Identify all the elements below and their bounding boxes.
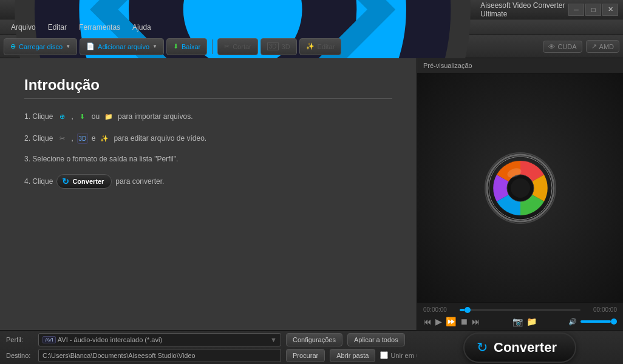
play-button[interactable]: ▶ — [435, 317, 442, 326]
intro-step-1: 1. Clique ⊕ , ⬇ ou 📁 para importar arqui… — [24, 111, 392, 122]
open-folder-button[interactable]: Abrir pasta — [330, 349, 375, 362]
amd-icon: ↗ — [591, 42, 597, 50]
dest-input[interactable] — [38, 349, 281, 362]
load-disc-label: Carregar disco — [19, 43, 63, 50]
download-button[interactable]: ⬇ Baixar — [166, 38, 207, 55]
step4-suffix: para converter. — [115, 177, 164, 186]
volume-fill — [580, 320, 611, 323]
seek-thumb — [465, 307, 471, 313]
svg-point-7 — [511, 178, 530, 198]
intro-step-4: 4. Clique ↻ Converter para converter. — [24, 174, 392, 189]
time-start: 00:00:00 — [423, 306, 455, 313]
window-title: Aiseesoft Video Converter Ultimate — [480, 1, 568, 18]
cut-button[interactable]: ✂ Cortar — [217, 38, 258, 55]
cut-icon: ✂ — [224, 42, 230, 50]
step1-number: 1. Clique — [24, 112, 53, 121]
3d-button[interactable]: 3D 3D — [260, 38, 297, 55]
step1-sep1: , — [71, 112, 73, 121]
toolbar-separator-1 — [212, 39, 213, 54]
browse-button[interactable]: Procurar — [286, 349, 325, 362]
seek-fill — [460, 309, 465, 311]
step2-icon3: ✨ — [99, 133, 110, 144]
cuda-badge: 👁 CUDA — [543, 41, 582, 53]
avi-badge: AVI AVI - áudio-video intercalado (*.avi… — [43, 336, 162, 343]
step2-icon2: 3D — [77, 133, 88, 144]
convert-button[interactable]: ↻ Converter — [463, 332, 576, 363]
dropdown-arrow-icon: ▼ — [66, 44, 70, 49]
step1-ou: ou — [92, 112, 100, 121]
edit-button[interactable]: ✨ Editar — [299, 38, 342, 55]
step2-text: para editar arquivo de vídeo. — [114, 134, 206, 143]
apply-all-button[interactable]: Aplicar a todos — [347, 333, 405, 346]
maximize-button[interactable]: □ — [585, 4, 601, 16]
amd-label: AMD — [599, 43, 614, 50]
step3-text: 3. Selecione o formato de saída na lista… — [24, 155, 178, 163]
profile-select[interactable]: AVI AVI - áudio-video intercalado (*.avi… — [38, 333, 281, 346]
intro-title: Introdução — [24, 76, 392, 93]
download-icon: ⬇ — [173, 42, 179, 50]
merge-checkbox[interactable] — [380, 351, 388, 359]
3d-label: 3D — [282, 43, 290, 50]
step2-number: 2. Clique — [24, 134, 53, 143]
folder-button[interactable]: 📁 — [526, 317, 537, 326]
close-button[interactable]: ✕ — [602, 4, 618, 16]
intro-divider — [24, 98, 392, 99]
intro-step-2: 2. Clique ✂ , 3D e ✨ para editar arquivo… — [24, 133, 392, 144]
toolbar-right: 👁 CUDA ↗ AMD — [543, 40, 619, 53]
3d-icon: 3D — [267, 42, 279, 50]
profile-value: AVI - áudio-video intercalado (*.avi) — [58, 336, 162, 343]
skip-forward-button[interactable]: ⏭ — [472, 317, 480, 326]
step1-icon3: 📁 — [103, 111, 114, 122]
amd-badge: ↗ AMD — [586, 40, 619, 53]
step2-e: e — [92, 134, 96, 143]
seek-bar[interactable] — [460, 309, 580, 311]
step1-icon1: ⊕ — [56, 111, 67, 122]
edit-label: Editar — [318, 43, 335, 50]
seek-bar-row: 00:00:00 00:00:00 — [423, 306, 617, 313]
settings-button[interactable]: Configurações — [286, 333, 342, 346]
menu-arquivo[interactable]: Arquivo — [5, 21, 42, 34]
disc-icon: ⊕ — [10, 42, 16, 50]
convert-btn-area: ↻ Converter — [417, 330, 623, 364]
skip-back-button[interactable]: ⏮ — [423, 317, 432, 326]
cuda-label: CUDA — [557, 43, 576, 50]
screenshot-button[interactable]: 📷 — [512, 317, 523, 326]
volume-icon: 🔊 — [568, 318, 577, 326]
menu-ajuda[interactable]: Ajuda — [126, 21, 157, 34]
fast-forward-button[interactable]: ⏩ — [446, 317, 456, 326]
add-file-icon: 📄 — [86, 42, 95, 50]
step4-prefix: 4. Clique — [24, 177, 53, 186]
download-label: Baixar — [182, 43, 200, 50]
preview-video-area — [417, 73, 623, 302]
add-file-label: Adicionar arquivo — [98, 43, 149, 50]
convert-icon: ↻ — [477, 340, 488, 356]
preview-logo-image — [484, 152, 557, 224]
menu-ferramentas[interactable]: Ferramentas — [73, 21, 126, 34]
toolbar: ⊕ Carregar disco ▼ 📄 Adicionar arquivo ▼… — [0, 35, 623, 58]
step2-sep1: , — [71, 134, 73, 143]
add-file-button[interactable]: 📄 Adicionar arquivo ▼ — [80, 38, 164, 55]
dropdown-arrow2-icon: ▼ — [152, 44, 157, 49]
volume-bar[interactable] — [580, 320, 617, 323]
stop-button[interactable]: ⏹ — [460, 317, 468, 326]
playback-controls: ⏮ ▶ ⏩ ⏹ ⏭ 📷 📁 🔊 — [423, 317, 617, 326]
dest-label: Destino: — [6, 352, 33, 359]
load-disc-button[interactable]: ⊕ Carregar disco ▼ — [4, 38, 77, 55]
preview-panel: Pré-visualização — [417, 58, 623, 330]
titlebar: Aiseesoft Video Converter Ultimate ─ □ ✕ — [0, 0, 623, 19]
content-area: Introdução 1. Clique ⊕ , ⬇ ou 📁 para imp… — [0, 58, 417, 330]
step1-icon2: ⬇ — [77, 111, 88, 122]
convert-btn-label: Converter — [494, 340, 557, 356]
cut-label: Cortar — [233, 43, 251, 50]
step4-btn-label: Converter — [72, 178, 104, 185]
intro-step-3: 3. Selecione o formato de saída na lista… — [24, 155, 392, 163]
preview-controls: 00:00:00 00:00:00 ⏮ ▶ ⏩ ⏹ ⏭ 📷 📁 🔊 — [417, 302, 623, 330]
edit-icon: ✨ — [306, 42, 315, 50]
profile-label: Perfil: — [6, 336, 33, 343]
menu-editar[interactable]: Editar — [42, 21, 73, 34]
volume-thumb — [611, 318, 617, 325]
step2-icon1: ✂ — [56, 133, 67, 144]
minimize-button[interactable]: ─ — [568, 4, 584, 16]
window-controls: ─ □ ✕ — [568, 4, 618, 16]
converter-inline-icon: ↻ — [62, 177, 69, 186]
